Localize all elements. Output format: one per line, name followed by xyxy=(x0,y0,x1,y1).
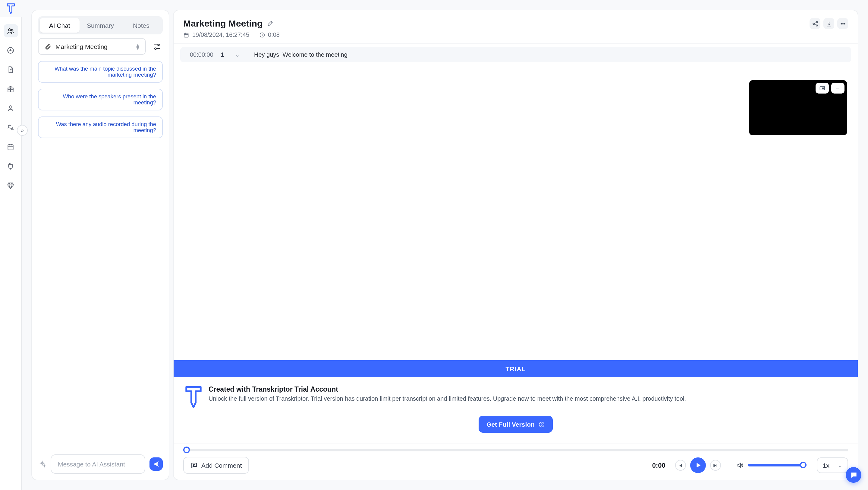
speed-label: 1x xyxy=(823,462,830,469)
duration-text: 0:08 xyxy=(268,31,280,38)
transkriptor-logo-icon xyxy=(184,385,203,408)
add-comment-button[interactable]: Add Comment xyxy=(183,457,249,474)
volume-handle[interactable] xyxy=(800,462,807,468)
send-icon xyxy=(153,460,160,468)
sidebar-item-language[interactable] xyxy=(3,121,18,134)
suggestion-item[interactable]: Who were the speakers present in the mee… xyxy=(38,89,163,110)
video-controls xyxy=(815,83,844,93)
volume-slider[interactable] xyxy=(748,464,804,466)
document-header: Marketing Meeting 19/08/2024, 16:27:45 0… xyxy=(174,10,858,44)
skip-back-icon xyxy=(678,463,683,468)
sidebar-item-dashboard[interactable] xyxy=(3,44,18,57)
updown-icon: ▴▾ xyxy=(136,44,139,50)
cta-label: Get Full Version xyxy=(487,421,535,428)
share-icon xyxy=(812,20,818,27)
chat-icon xyxy=(849,471,858,479)
trial-section: TRIAL Created with Transkriptor Trial Ac… xyxy=(174,360,858,443)
calendar-icon xyxy=(183,32,189,38)
chevron-down-icon: ⌄ xyxy=(838,463,842,468)
clock-icon xyxy=(259,32,265,38)
source-row: Marketing Meeting ▴▾ xyxy=(38,38,163,55)
more-icon xyxy=(839,20,846,27)
sidebar-item-user[interactable] xyxy=(3,102,18,115)
share-button[interactable] xyxy=(809,18,820,29)
tab-summary[interactable]: Summary xyxy=(81,18,120,33)
svg-point-14 xyxy=(842,23,843,24)
chevron-down-icon[interactable]: ⌄ xyxy=(235,51,240,58)
svg-point-0 xyxy=(8,28,11,31)
svg-point-13 xyxy=(841,23,841,24)
transcript-speaker: 1 xyxy=(221,51,224,58)
speed-select[interactable]: 1x ⌄ xyxy=(817,457,848,473)
sidebar-item-calendar[interactable] xyxy=(3,140,18,153)
play-icon xyxy=(694,462,702,469)
date-text: 19/08/2024, 16:27:45 xyxy=(192,31,249,38)
send-button[interactable] xyxy=(150,457,163,471)
arrow-circle-icon xyxy=(538,421,545,428)
trial-heading: Created with Transkriptor Trial Account xyxy=(209,385,686,393)
main-content: AI Chat Summary Notes Marketing Meeting … xyxy=(22,0,868,490)
chat-input[interactable] xyxy=(51,454,145,474)
sparkle-icon xyxy=(38,460,46,468)
support-chat-button[interactable] xyxy=(846,467,861,483)
meta-date: 19/08/2024, 16:27:45 xyxy=(183,31,249,38)
transcript-text: Hey guys. Welcome to the meeting xyxy=(254,51,347,58)
document-panel: Marketing Meeting 19/08/2024, 16:27:45 0… xyxy=(173,10,858,480)
pip-icon xyxy=(819,85,825,91)
source-label: Marketing Meeting xyxy=(56,43,107,50)
volume-icon[interactable] xyxy=(737,462,744,469)
trial-badge: TRIAL xyxy=(174,360,858,377)
tab-ai-chat[interactable]: AI Chat xyxy=(40,18,79,33)
comment-icon xyxy=(190,462,198,469)
svg-rect-8 xyxy=(184,33,188,37)
audio-player: Add Comment 0:00 1x ⌄ xyxy=(174,443,858,480)
suggestion-item[interactable]: Was there any audio recorded during the … xyxy=(38,116,163,138)
play-button[interactable] xyxy=(690,457,706,473)
trial-body-text: Unlock the full version of Transkriptor.… xyxy=(209,395,686,403)
svg-point-1 xyxy=(11,29,13,31)
suggestion-item[interactable]: What was the main topic discussed in the… xyxy=(38,61,163,83)
document-actions xyxy=(809,18,848,29)
download-button[interactable] xyxy=(824,18,834,29)
svg-point-18 xyxy=(539,422,544,427)
previous-button[interactable] xyxy=(675,460,686,471)
sliders-icon xyxy=(152,42,161,51)
source-select[interactable]: Marketing Meeting ▴▾ xyxy=(38,38,146,55)
svg-point-15 xyxy=(844,23,845,24)
filter-button[interactable] xyxy=(151,40,163,53)
sidebar-item-gift[interactable] xyxy=(3,82,18,95)
edit-icon[interactable] xyxy=(267,20,273,27)
svg-point-6 xyxy=(158,44,159,45)
sidebar-item-team[interactable] xyxy=(3,24,18,37)
skip-forward-icon xyxy=(713,463,718,468)
download-icon xyxy=(826,20,832,27)
app-logo[interactable] xyxy=(0,0,22,17)
transcript-row[interactable]: 00:00:00 1 ⌄ Hey guys. Welcome to the me… xyxy=(180,47,851,62)
tab-notes[interactable]: Notes xyxy=(121,18,161,33)
picture-in-picture-button[interactable] xyxy=(815,83,829,93)
svg-point-7 xyxy=(155,48,156,49)
svg-point-4 xyxy=(9,105,12,108)
transkriptor-logo-icon xyxy=(7,3,15,15)
player-time: 0:00 xyxy=(652,462,665,469)
paperclip-icon xyxy=(44,43,51,50)
document-title: Marketing Meeting xyxy=(183,18,262,28)
minus-icon xyxy=(835,85,841,91)
next-button[interactable] xyxy=(710,460,721,471)
progress-bar[interactable] xyxy=(183,449,848,451)
chat-input-row xyxy=(38,454,163,474)
sidebar-item-premium[interactable] xyxy=(3,179,18,192)
add-comment-label: Add Comment xyxy=(201,462,242,469)
volume-control xyxy=(737,462,804,469)
sidebar-item-files[interactable] xyxy=(3,63,18,76)
sidebar-item-integration[interactable] xyxy=(3,159,18,173)
transcript-time: 00:00:00 xyxy=(190,51,213,58)
tabs: AI Chat Summary Notes xyxy=(38,16,163,34)
more-button[interactable] xyxy=(837,18,848,29)
sidebar-expand-button[interactable]: » xyxy=(17,125,28,136)
get-full-version-button[interactable]: Get Full Version xyxy=(478,416,553,433)
chevron-right-icon: » xyxy=(21,127,24,133)
svg-rect-5 xyxy=(8,144,13,149)
progress-handle[interactable] xyxy=(183,446,190,453)
minimize-video-button[interactable] xyxy=(831,83,844,93)
